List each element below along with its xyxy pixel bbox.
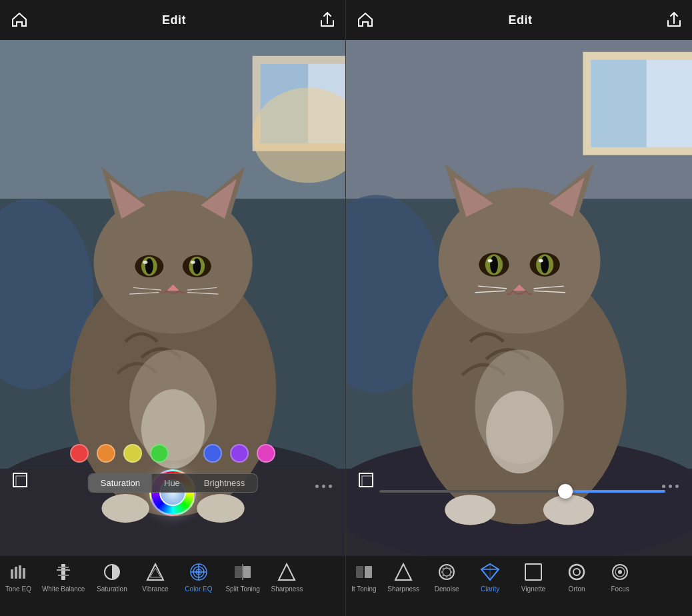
right-denoise-icon	[436, 561, 457, 583]
seg-brightness[interactable]: Brightness	[192, 474, 257, 492]
tool-saturation[interactable]: Saturation	[90, 561, 133, 593]
svg-rect-91	[365, 566, 372, 578]
svg-marker-92	[395, 564, 411, 580]
left-bottom-toolbar: Tone EQ White Balance Saturation	[0, 556, 345, 616]
svg-point-115	[573, 569, 580, 575]
color-dot-yellow[interactable]	[123, 444, 142, 463]
vibrance-icon	[145, 561, 166, 583]
right-vignette-icon	[523, 561, 544, 583]
right-clarity-label: Clarity	[481, 585, 499, 593]
svg-rect-37	[19, 565, 21, 579]
slider-thumb[interactable]	[558, 484, 573, 499]
seg-hue[interactable]: Hue	[152, 474, 192, 492]
svg-line-107	[481, 569, 490, 580]
svg-rect-42	[58, 575, 69, 576]
right-orton-label: Orton	[569, 585, 585, 593]
tool-sharpness[interactable]: Sharpness	[265, 561, 309, 593]
seg-saturation[interactable]: Saturation	[89, 474, 152, 492]
svg-line-106	[490, 564, 499, 569]
segmented-control: Saturation Hue Brightness	[88, 473, 258, 493]
tool-tone-eq[interactable]: Tone EQ	[0, 561, 37, 593]
right-share-icon[interactable]	[667, 11, 681, 29]
tone-eq-icon	[7, 561, 29, 583]
svg-rect-90	[356, 566, 363, 578]
right-header: Edit	[346, 0, 692, 40]
svg-point-95	[443, 568, 445, 570]
tool-split-toning[interactable]: Split Toning	[220, 561, 265, 593]
color-dot-orange[interactable]	[97, 444, 115, 463]
left-title: Edit	[162, 13, 186, 27]
svg-point-31	[197, 494, 244, 523]
svg-point-96	[446, 567, 448, 569]
svg-point-100	[443, 575, 445, 577]
vibrance-label: Vibrance	[142, 585, 168, 593]
svg-line-105	[481, 564, 490, 569]
right-tool-focus[interactable]: Focus	[599, 561, 642, 593]
svg-point-77	[487, 259, 492, 263]
tool-white-balance[interactable]: White Balance	[37, 561, 90, 593]
color-dot-pink[interactable]	[257, 444, 275, 463]
white-balance-label: White Balance	[42, 585, 85, 593]
right-sharpness-label: Sharpness	[387, 585, 419, 593]
right-tool-clarity[interactable]: Clarity	[469, 561, 512, 593]
svg-point-101	[446, 576, 448, 578]
right-tool-denoise[interactable]: Denoise	[425, 561, 469, 593]
svg-point-87	[543, 495, 594, 525]
svg-point-85	[486, 391, 553, 473]
right-denoise-label: Denoise	[435, 585, 459, 593]
right-photo-area	[346, 40, 692, 556]
clarity-slider[interactable]	[379, 490, 665, 493]
right-focus-icon	[609, 561, 631, 583]
svg-point-78	[539, 259, 543, 263]
left-crop-icon[interactable]	[12, 472, 31, 491]
right-vignette-label: Vignette	[521, 585, 546, 593]
right-more-dots[interactable]	[662, 485, 679, 488]
tool-color-eq[interactable]: Color EQ	[177, 561, 220, 593]
right-tool-sharpness[interactable]: Sharpness	[382, 561, 425, 593]
left-home-icon[interactable]	[11, 11, 28, 29]
svg-rect-39	[61, 564, 65, 580]
color-dot-green[interactable]	[150, 444, 169, 463]
left-share-icon[interactable]	[320, 11, 335, 29]
svg-line-108	[490, 569, 499, 580]
svg-rect-35	[11, 569, 13, 579]
right-tool-split-toning[interactable]: It Toning	[346, 561, 382, 593]
svg-marker-55	[279, 564, 295, 580]
left-photo-area: Saturation Hue Brightness	[0, 40, 345, 556]
svg-point-118	[618, 570, 622, 574]
left-panel: Edit	[0, 0, 346, 616]
right-crop-icon[interactable]	[358, 472, 377, 491]
color-dot-blue[interactable]	[203, 444, 222, 463]
svg-rect-33	[13, 473, 27, 487]
tone-eq-label: Tone EQ	[5, 585, 31, 593]
right-sharpness-icon	[393, 561, 414, 583]
svg-point-99	[451, 571, 453, 573]
right-home-icon[interactable]	[357, 11, 374, 29]
right-bottom-toolbar: It Toning Sharpness	[346, 556, 692, 616]
svg-point-98	[441, 571, 443, 573]
split-toning-label: Split Toning	[225, 585, 260, 593]
right-split-toning-label: It Toning	[351, 585, 377, 593]
color-dot-spacer	[177, 444, 195, 463]
svg-point-114	[569, 565, 584, 579]
right-clarity-icon	[479, 561, 501, 583]
saturation-icon	[101, 561, 123, 583]
color-dot-red[interactable]	[70, 444, 89, 463]
svg-rect-89	[362, 476, 373, 487]
svg-point-76	[541, 256, 549, 273]
svg-point-51	[197, 571, 200, 573]
left-more-dots[interactable]	[315, 485, 332, 488]
slider-track	[379, 490, 665, 493]
right-tool-vignette[interactable]: Vignette	[512, 561, 555, 593]
color-dot-purple[interactable]	[230, 444, 249, 463]
right-tool-orton[interactable]: Orton	[555, 561, 599, 593]
svg-point-97	[449, 568, 451, 570]
svg-rect-34	[16, 476, 27, 487]
sharpness-icon	[276, 561, 297, 583]
svg-rect-111	[528, 567, 539, 577]
white-balance-icon	[53, 561, 74, 583]
saturation-label: Saturation	[97, 585, 127, 593]
svg-rect-40	[58, 567, 69, 568]
svg-point-19	[145, 258, 153, 274]
tool-vibrance[interactable]: Vibrance	[133, 561, 177, 593]
